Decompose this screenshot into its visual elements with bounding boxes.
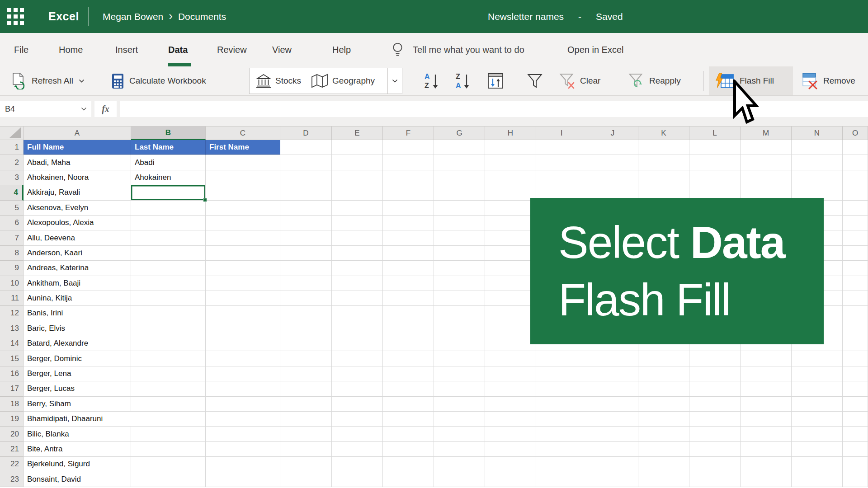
reapply-filter-button[interactable]: Reapply: [628, 66, 681, 95]
cell[interactable]: [843, 457, 868, 472]
cell[interactable]: [792, 457, 843, 472]
column-header-F[interactable]: F: [383, 127, 434, 140]
cell[interactable]: [638, 140, 689, 155]
row-header[interactable]: 12: [0, 306, 24, 321]
cell[interactable]: [332, 276, 383, 291]
cell[interactable]: [206, 351, 280, 366]
sort-descending-button[interactable]: Z A: [455, 66, 471, 95]
cell[interactable]: [536, 155, 587, 170]
cell[interactable]: [741, 427, 792, 441]
cell-full-name[interactable]: Ahokainen, Noora: [24, 170, 131, 185]
cell[interactable]: [280, 427, 332, 441]
cell[interactable]: [741, 397, 792, 412]
cell[interactable]: [741, 366, 792, 381]
cell[interactable]: [638, 381, 689, 396]
cell[interactable]: [332, 261, 383, 276]
column-header-H[interactable]: H: [485, 127, 536, 140]
cell[interactable]: [332, 140, 383, 155]
cell[interactable]: [843, 381, 868, 396]
tab-review[interactable]: Review: [217, 33, 247, 66]
cell[interactable]: [206, 291, 280, 306]
column-header-N[interactable]: N: [792, 127, 843, 140]
active-cell[interactable]: [131, 185, 206, 200]
cell[interactable]: [792, 155, 843, 170]
cell[interactable]: [792, 140, 843, 155]
cell[interactable]: [434, 472, 485, 487]
cell[interactable]: [843, 201, 868, 216]
cell[interactable]: [206, 170, 280, 185]
cell[interactable]: [383, 185, 434, 200]
cell[interactable]: [638, 412, 689, 427]
cell[interactable]: [485, 366, 536, 381]
tab-home[interactable]: Home: [59, 33, 83, 66]
cell[interactable]: [485, 442, 536, 457]
cell-full-name[interactable]: Berger, Lucas: [24, 381, 131, 396]
cell[interactable]: [536, 442, 587, 457]
tab-file[interactable]: File: [14, 33, 28, 66]
cell[interactable]: [434, 276, 485, 291]
cell-last-name[interactable]: Abadi: [131, 155, 206, 170]
cell[interactable]: [434, 291, 485, 306]
cell[interactable]: [843, 230, 868, 245]
cell[interactable]: [843, 261, 868, 276]
row-header[interactable]: 6: [0, 216, 24, 230]
cell[interactable]: [383, 155, 434, 170]
cell[interactable]: [332, 366, 383, 381]
data-types-dropdown[interactable]: [387, 68, 402, 94]
cell-last-name[interactable]: [131, 381, 206, 396]
cell-last-name[interactable]: [131, 201, 206, 216]
cell[interactable]: [741, 155, 792, 170]
cell[interactable]: [332, 427, 383, 441]
name-box[interactable]: B4: [0, 101, 91, 117]
cell-last-name[interactable]: [131, 246, 206, 261]
cell[interactable]: [587, 442, 638, 457]
cell[interactable]: [332, 170, 383, 185]
cell[interactable]: [280, 381, 332, 396]
fill-handle[interactable]: [203, 198, 207, 202]
cell[interactable]: [383, 336, 434, 351]
row-header[interactable]: 18: [0, 397, 24, 412]
cell[interactable]: [536, 140, 587, 155]
cell[interactable]: [792, 412, 843, 427]
cell[interactable]: [536, 472, 587, 487]
row-header[interactable]: 20: [0, 427, 24, 441]
row-header[interactable]: 2: [0, 155, 24, 170]
cell[interactable]: [280, 261, 332, 276]
cell[interactable]: [587, 170, 638, 185]
cell[interactable]: [843, 412, 868, 427]
cell-last-name[interactable]: [131, 351, 206, 366]
cell-last-name[interactable]: [131, 336, 206, 351]
column-header-O[interactable]: O: [843, 127, 868, 140]
column-header-E[interactable]: E: [332, 127, 383, 140]
cell[interactable]: [587, 140, 638, 155]
filter-button[interactable]: [527, 66, 542, 95]
cell[interactable]: [383, 291, 434, 306]
cell-full-name[interactable]: Berry, Siham: [24, 397, 131, 412]
cell-last-name[interactable]: [131, 412, 206, 427]
cell[interactable]: [843, 306, 868, 321]
cell-full-name[interactable]: Bite, Antra: [24, 442, 131, 457]
clear-filter-button[interactable]: Clear: [559, 66, 600, 95]
row-header[interactable]: 19: [0, 412, 24, 427]
cell[interactable]: [741, 170, 792, 185]
cell[interactable]: [280, 140, 332, 155]
cell-last-name[interactable]: [131, 427, 206, 441]
cell[interactable]: [741, 472, 792, 487]
cell-full-name[interactable]: Anderson, Kaari: [24, 246, 131, 261]
sort-ascending-button[interactable]: A Z: [424, 66, 439, 95]
cell[interactable]: [434, 321, 485, 336]
cell[interactable]: [332, 412, 383, 427]
cell[interactable]: [280, 246, 332, 261]
cell[interactable]: [206, 230, 280, 245]
cell[interactable]: [689, 442, 741, 457]
cell[interactable]: [332, 306, 383, 321]
cell[interactable]: [689, 140, 741, 155]
cell-full-name[interactable]: Akkiraju, Ravali: [24, 185, 131, 200]
cell[interactable]: [280, 276, 332, 291]
cell[interactable]: [485, 201, 536, 216]
cell[interactable]: [280, 201, 332, 216]
cell-full-name[interactable]: Bhamidipati, Dhaaruni: [24, 412, 131, 427]
header-cell[interactable]: Last Name: [131, 140, 206, 155]
cell-last-name[interactable]: [131, 366, 206, 381]
cell[interactable]: [485, 216, 536, 230]
